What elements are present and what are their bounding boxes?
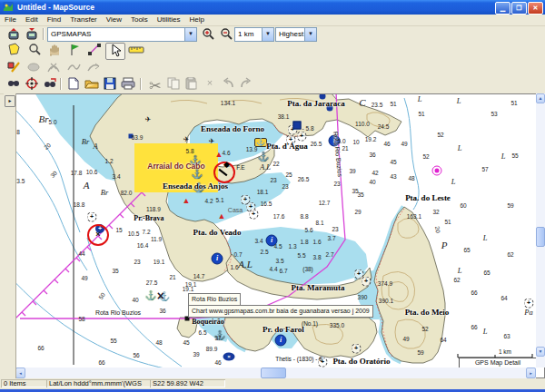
find-button[interactable] (5, 77, 22, 91)
map-label: 23 (134, 259, 140, 265)
product-combo-value: GPSMAPAS (51, 28, 91, 40)
menu-edit[interactable]: Edit (21, 15, 43, 24)
menu-transfer[interactable]: Transfer (65, 15, 102, 24)
map-label: 32 (432, 209, 439, 215)
map-scale-combo[interactable]: 1 km ▼ (234, 27, 274, 42)
close-button[interactable]: ✕ (528, 2, 543, 15)
map-label: A (93, 142, 97, 151)
map-label: L (418, 94, 422, 103)
map-label: 23 (332, 226, 338, 232)
horizontal-scrollbar[interactable]: ◂ ▸ (15, 368, 536, 378)
map-label: Pta. do Meio (405, 308, 450, 317)
title-bar: Untitled - MapSource ▁ ❐ ✕ (0, 0, 545, 15)
map-label: Pta. da Jararaca (287, 99, 345, 108)
toolbar-separator (140, 78, 142, 90)
expand-panel-button[interactable]: ▸ (5, 95, 15, 107)
map-label: 66 (98, 359, 104, 366)
menu-tools[interactable]: Tools (126, 15, 153, 24)
map-label: Casa (228, 207, 243, 213)
menu-find[interactable]: Find (43, 15, 66, 24)
menu-view[interactable]: View (102, 15, 126, 24)
map-label: A.L (238, 259, 253, 270)
pan-tool-button[interactable] (45, 43, 64, 58)
map-label: 23 (333, 181, 340, 187)
vertical-scroll-thumb[interactable] (536, 227, 545, 247)
map-label: Br (82, 137, 90, 146)
map-canvas[interactable]: Enseada do FornoPta. da JararacaEnseada … (7, 94, 538, 368)
menu-utilities[interactable]: Utilities (153, 15, 185, 24)
plane-symbol: ✈ (183, 136, 190, 143)
new-document-button[interactable] (65, 77, 82, 91)
map-label: 374.9 (378, 280, 392, 287)
map-label: F.E (236, 164, 244, 171)
plane-symbol: ✈ (209, 138, 215, 145)
scroll-down-icon[interactable]: ▼ (536, 347, 545, 357)
zoom-tool-button[interactable] (25, 43, 44, 58)
cursor-position-status: S22 59.892 W42 01.249 (150, 379, 225, 387)
route-edit-tool-button[interactable] (5, 61, 22, 74)
fh-symbol: + (297, 132, 307, 142)
vertical-scrollbar[interactable]: ▲ ▼ (536, 93, 545, 368)
find-recent-button[interactable] (42, 77, 58, 91)
redo-button[interactable] (238, 77, 254, 91)
scroll-left-icon[interactable]: ◂ (15, 368, 25, 378)
minimize-button[interactable]: ▁ (495, 2, 510, 15)
chevron-down-icon[interactable]: ▼ (262, 28, 273, 41)
app-icon (3, 2, 14, 13)
map-label: 49 (402, 336, 409, 342)
route-tool-button[interactable] (85, 43, 104, 58)
toolbar-separator (43, 28, 45, 40)
paste-button[interactable] (183, 77, 200, 91)
map-label: 1.3 (288, 243, 296, 250)
map-label: 62 (453, 277, 460, 283)
detail-level-value: Highest (279, 28, 303, 40)
waypoint-tool-button[interactable] (65, 43, 84, 58)
cut-route-tool-button[interactable] (45, 61, 62, 74)
copy-button[interactable] (165, 77, 182, 91)
undo-button[interactable] (220, 77, 236, 91)
zoom-in-button[interactable] (200, 27, 216, 41)
wreckring-symbol: × (87, 224, 109, 246)
map-label: Pta. do Veado (193, 228, 242, 237)
horizontal-scroll-thumb[interactable] (261, 368, 286, 378)
move-route-tool-button[interactable] (85, 61, 102, 74)
menu-bar: FileEditFindTransferViewToolsUtilitiesHe… (0, 15, 545, 26)
map-label: Pta. do Leste (405, 193, 451, 202)
map-label: 40 (369, 179, 375, 185)
join-route-tool-button[interactable] (65, 61, 82, 74)
map-label: 19.1 (183, 286, 194, 292)
chevron-down-icon[interactable]: ▼ (304, 28, 316, 41)
detail-level-combo[interactable]: Highest ▼ (275, 27, 317, 42)
map-labels-layer: Enseada do FornoPta. da JararacaEnseada … (7, 94, 538, 368)
map-label: 66 (471, 289, 477, 296)
save-button[interactable] (102, 77, 118, 91)
map-label: 60 (460, 202, 466, 209)
selection-tool-button[interactable] (105, 43, 125, 60)
map-label: 48 (408, 175, 414, 181)
menu-file[interactable]: File (0, 15, 21, 24)
menu-help[interactable]: Help (184, 15, 208, 24)
print-button[interactable] (120, 77, 136, 91)
map-select-tool-button[interactable] (5, 43, 24, 58)
map-label: 19.1 (154, 259, 165, 265)
scroll-right-icon[interactable]: ▸ (526, 368, 536, 378)
chevron-down-icon[interactable]: ▼ (184, 28, 196, 41)
zoom-out-button[interactable] (218, 27, 234, 41)
map-label: 4.6 (222, 150, 230, 156)
map-label: 6.7 (279, 268, 287, 274)
find-nearest-button[interactable] (24, 77, 40, 91)
map-label: 26.5 (298, 176, 310, 182)
map-label: L (501, 152, 506, 161)
erase-tool-button[interactable] (25, 61, 42, 74)
product-combo[interactable]: GPSMAPAS ▼ (47, 27, 197, 42)
restore-button[interactable]: ❐ (511, 2, 527, 15)
measure-tool-button[interactable] (127, 43, 145, 58)
delete-button[interactable]: × (202, 77, 218, 91)
map-label: 57 (481, 166, 488, 172)
open-file-button[interactable] (84, 77, 100, 91)
cut-button[interactable]: ✂ (147, 77, 164, 91)
map-label: 134.1 (221, 100, 235, 106)
scroll-up-icon[interactable]: ▲ (536, 93, 545, 103)
send-to-device-button[interactable] (5, 27, 22, 41)
receive-from-device-button[interactable] (24, 27, 40, 41)
